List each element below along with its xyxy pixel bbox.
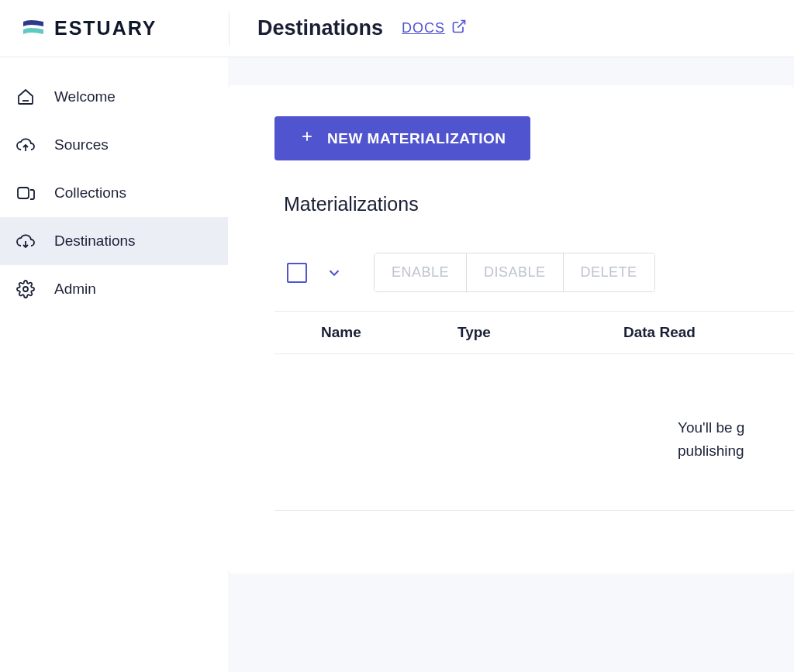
column-header-data-read[interactable]: Data Read [623, 324, 794, 341]
topbar: ESTUARY Destinations DOCS [0, 0, 794, 57]
bulk-action-button-group: ENABLE DISABLE DELETE [374, 253, 655, 292]
bulk-toolbar: ENABLE DISABLE DELETE [287, 253, 794, 292]
sidebar-item-label: Destinations [54, 233, 136, 250]
new-button-label: NEW MATERIALIZATION [327, 130, 506, 147]
select-all-checkbox[interactable] [287, 263, 307, 283]
logo-icon [22, 16, 45, 42]
enable-button[interactable]: ENABLE [375, 253, 467, 291]
delete-button[interactable]: DELETE [564, 253, 654, 291]
header-title-wrap: Destinations DOCS [230, 16, 467, 40]
sidebar-item-label: Admin [54, 281, 96, 298]
gear-icon [16, 279, 36, 299]
column-header-name[interactable]: Name [274, 324, 457, 341]
new-materialization-button[interactable]: NEW MATERIALIZATION [274, 116, 530, 160]
select-all-chevron[interactable] [326, 264, 343, 281]
cloud-upload-icon [16, 135, 36, 155]
disable-button[interactable]: DISABLE [467, 253, 564, 291]
table-divider [274, 510, 794, 511]
docs-link-label: DOCS [402, 20, 445, 36]
svg-rect-1 [18, 188, 29, 198]
section-heading: Materializations [284, 193, 794, 215]
table-header-row: Name Type Data Read [274, 312, 794, 354]
svg-point-2 [23, 287, 28, 291]
home-icon [16, 87, 36, 107]
page-title: Destinations [257, 16, 383, 40]
column-header-type[interactable]: Type [457, 324, 623, 341]
empty-state-text: You'll be g publishing [274, 354, 794, 510]
empty-state-line: publishing [678, 439, 794, 463]
sidebar-item-destinations[interactable]: Destinations [0, 217, 228, 265]
main-content: NEW MATERIALIZATION Materializations ENA… [228, 57, 794, 672]
brand-logo[interactable]: ESTUARY [22, 12, 230, 46]
materializations-table: Name Type Data Read You'll be g publishi… [274, 311, 794, 511]
content-card: NEW MATERIALIZATION Materializations ENA… [228, 85, 794, 574]
sidebar-item-sources[interactable]: Sources [0, 121, 228, 169]
sidebar-item-label: Collections [54, 184, 126, 202]
sidebar-item-admin[interactable]: Admin [0, 265, 228, 313]
sidebar-item-collections[interactable]: Collections [0, 169, 228, 217]
brand-name: ESTUARY [54, 17, 157, 40]
external-link-icon [451, 19, 467, 38]
sidebar-item-label: Sources [54, 136, 109, 153]
plus-icon [299, 129, 315, 148]
empty-state-line: You'll be g [678, 416, 794, 439]
sidebar: Welcome Sources Collections [0, 57, 228, 672]
collections-icon [16, 183, 36, 203]
sidebar-item-welcome[interactable]: Welcome [0, 73, 228, 121]
cloud-download-icon [16, 231, 36, 251]
docs-link[interactable]: DOCS [402, 19, 467, 38]
sidebar-item-label: Welcome [54, 88, 116, 105]
